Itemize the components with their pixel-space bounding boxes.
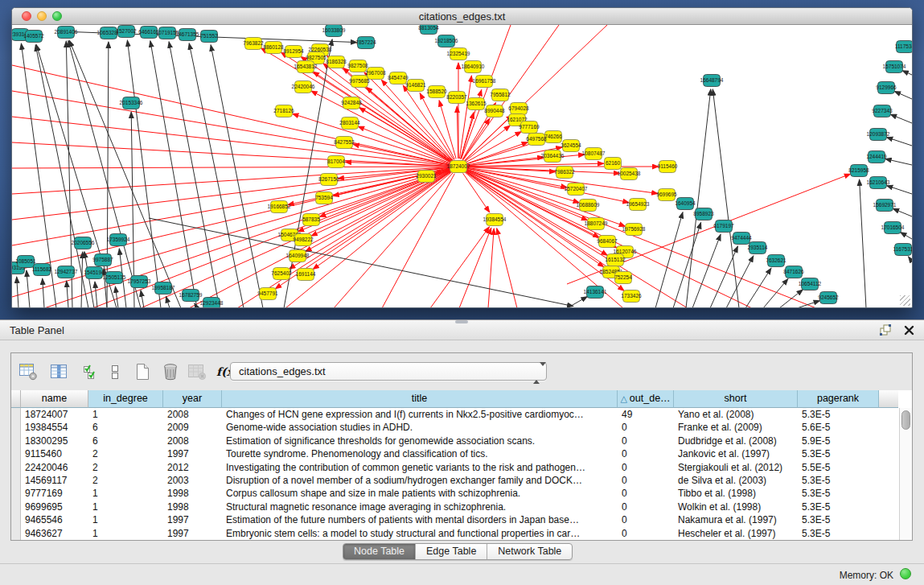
table-cell-name[interactable]: 9115460 [21, 447, 88, 460]
vertical-scrollbar[interactable] [899, 408, 912, 540]
graph-node[interactable]: 9129966 [876, 82, 897, 94]
table-cell-in_degree[interactable]: 6 [88, 435, 163, 447]
table-cell-title[interactable]: Embryonic stem cells: a model to study s… [222, 527, 618, 540]
graph-node[interactable]: 3624554 [561, 140, 581, 152]
table-cell-pagerank[interactable]: 5.6E-5 [798, 421, 879, 434]
table-cell-in_degree[interactable]: 1 [88, 513, 163, 526]
graph-node[interactable]: 1085051 [15, 256, 36, 268]
table-cell-in_degree[interactable]: 1 [88, 487, 163, 500]
graph-node[interactable]: 12325419 [447, 48, 470, 60]
graph-edge[interactable] [692, 234, 721, 307]
table-cell-title[interactable]: Investigating the contribution of common… [222, 461, 618, 474]
graph-edge[interactable] [655, 212, 683, 307]
graph-node[interactable]: 7632621 [766, 255, 786, 267]
graph-node[interactable]: 8427552 [334, 137, 355, 149]
table-cell-title[interactable]: Estimation of significance thresholds fo… [222, 435, 618, 447]
graph-edge[interactable] [886, 138, 912, 146]
graph-node[interactable]: 8813054 [418, 25, 439, 35]
table-cell-year[interactable]: 2012 [163, 461, 222, 474]
table-cell-out_degree[interactable]: 0 [618, 447, 674, 460]
graph-node[interactable]: 20206556 [72, 237, 95, 249]
graph-node[interactable]: 19384554 [483, 214, 507, 226]
graph-node[interactable]: 10025438 [618, 168, 641, 180]
graph-node[interactable]: 6794028 [508, 103, 529, 115]
graph-node[interactable]: 10807487 [582, 148, 606, 160]
graph-node[interactable]: 19218506 [435, 35, 458, 47]
graph-node[interactable]: 19958187 [152, 282, 175, 295]
resize-grip-icon[interactable] [900, 295, 910, 306]
table-cell-name[interactable]: 9465546 [21, 513, 88, 526]
graph-node[interactable]: 1115682 [32, 264, 52, 276]
graph-node[interactable]: 18640910 [462, 61, 485, 73]
graph-edge[interactable] [894, 91, 912, 99]
table-cell-title[interactable]: Corpus callosum shape and size in male p… [222, 487, 618, 500]
graph-node[interactable]: 7963822 [243, 38, 264, 50]
table-cell-pagerank[interactable]: 5.3E-5 [798, 513, 879, 526]
table-cell-out_degree[interactable]: 0 [618, 527, 674, 540]
graph-node[interactable]: 9777169 [519, 122, 540, 134]
graph-node[interactable]: 7857224 [355, 37, 376, 49]
table-cell-year[interactable]: 1997 [163, 513, 222, 526]
graph-node[interactable]: 18807249 [585, 218, 608, 230]
table-cell-in_degree[interactable]: 6 [88, 421, 163, 434]
delete-columns-icon[interactable] [158, 360, 183, 384]
column-header-in_degree[interactable]: in_degree [88, 390, 163, 408]
graph-node[interactable]: 7625402 [271, 268, 292, 280]
graph-edge[interactable] [901, 233, 913, 240]
scrollbar-thumb[interactable] [901, 410, 910, 430]
graph-node[interactable]: 1362615 [466, 98, 487, 110]
graph-node[interactable]: 752254 [614, 272, 632, 284]
graph-edge[interactable] [890, 114, 912, 123]
table-row[interactable]: 1938455462009Genome-wide association stu… [11, 421, 899, 434]
graph-edge[interactable] [67, 281, 68, 307]
table-row[interactable]: 977716911998Corpus callosum shape and si… [11, 487, 899, 500]
graph-node[interactable]: 16409948 [286, 250, 310, 262]
table-cell-out_degree[interactable]: 0 [618, 435, 674, 447]
graph-edge[interactable] [909, 257, 913, 262]
graph-edge[interactable] [150, 41, 197, 307]
graph-node[interactable]: 17359924 [107, 234, 130, 246]
table-cell-year[interactable]: 1997 [163, 447, 222, 460]
table-cell-title[interactable]: Tourette syndrome. Phenomenology and cla… [222, 447, 618, 460]
graph-edge[interactable] [497, 229, 517, 307]
table-row[interactable]: 1456911722003Disruption of a novel membe… [11, 474, 899, 487]
table-cell-short[interactable]: de Silva et al. (2003) [674, 474, 798, 487]
graph-node[interactable]: 9699695 [656, 189, 677, 201]
graph-node[interactable]: 8958923 [693, 208, 714, 220]
tab-node-table[interactable]: Node Table [343, 544, 416, 559]
graph-node[interactable]: 2935114 [748, 242, 768, 254]
graph-edge[interactable] [17, 277, 18, 307]
graph-node[interactable]: 1405572 [23, 31, 44, 43]
tab-edge-table[interactable]: Edge Table [416, 544, 487, 559]
graph-node[interactable]: 8912954 [283, 46, 304, 58]
graph-node[interactable]: 19756928 [622, 224, 646, 236]
graph-node[interactable]: 15692971 [873, 200, 897, 212]
graph-edge[interactable] [27, 270, 30, 307]
graph-node[interactable]: 6179197 [713, 220, 734, 233]
table-cell-name[interactable]: 14569117 [21, 474, 88, 487]
tab-network-table[interactable]: Network Table [487, 544, 572, 559]
table-cell-name[interactable]: 19384554 [21, 421, 88, 434]
graph-node[interactable]: 15751074 [883, 61, 906, 73]
table-cell-pagerank[interactable]: 5.3E-5 [798, 474, 879, 487]
graph-node[interactable]: 19166852 [268, 201, 291, 213]
table-cell-in_degree[interactable]: 1 [88, 408, 163, 421]
graph-edge[interactable] [169, 42, 220, 307]
graph-node[interactable]: 9975887 [92, 254, 113, 266]
float-panel-icon[interactable] [879, 323, 893, 337]
graph-edge[interactable] [12, 167, 450, 168]
network-view-window[interactable]: citations_edges.txt 2393126 1405572 2089… [11, 7, 913, 308]
network-window-titlebar[interactable]: citations_edges.txt [12, 8, 912, 25]
table-cell-title[interactable]: Disruption of a novel member of a sodium… [222, 474, 618, 487]
show-columns-icon[interactable] [47, 360, 71, 384]
graph-edge[interactable] [12, 169, 450, 297]
network-canvas[interactable]: 2393126 1405572 20891406 10653287 152700… [12, 25, 912, 307]
graph-edge[interactable] [893, 208, 912, 216]
graph-node[interactable]: 9498222 [293, 234, 314, 246]
graph-edge[interactable] [313, 72, 451, 163]
graph-node[interactable]: 20153346 [120, 97, 143, 109]
column-header-short[interactable]: short [674, 390, 798, 408]
table-cell-title[interactable]: Structural magnetic resonance image aver… [222, 501, 618, 513]
graph-edge[interactable] [107, 42, 109, 307]
table-cell-short[interactable]: Dudbridge et al. (2008) [674, 435, 798, 447]
